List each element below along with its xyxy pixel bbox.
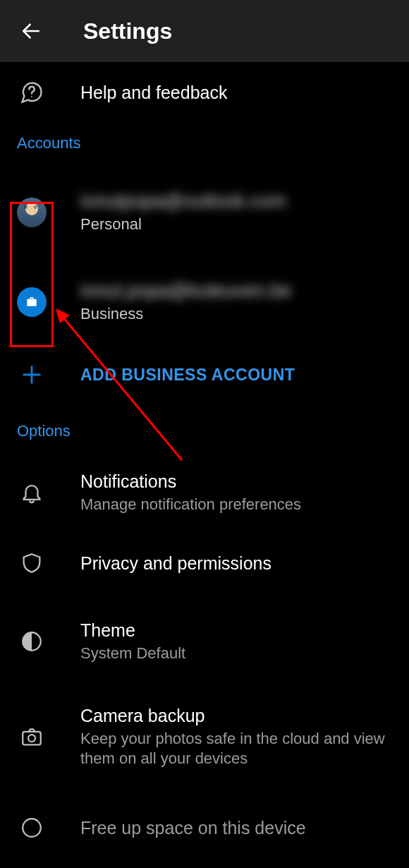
privacy-row[interactable]: Privacy and permissions: [0, 523, 409, 593]
theme-sub: System Default: [80, 644, 392, 664]
content: Help and feedback Accounts ionutpopa@out…: [0, 62, 409, 858]
svg-point-1: [31, 96, 32, 97]
briefcase-icon: [25, 295, 39, 309]
storage-icon: [20, 816, 44, 840]
add-business-account[interactable]: ADD BUSINESS ACCOUNT: [0, 334, 409, 406]
theme-row[interactable]: Theme System Default: [0, 593, 409, 679]
section-options: Options: [0, 406, 409, 447]
section-accounts: Accounts: [0, 123, 409, 159]
avatar-business: [17, 287, 47, 317]
account-personal[interactable]: ionutpopa@outlook.com Personal: [0, 179, 409, 245]
app-header: Settings: [0, 0, 409, 62]
account-email: ionut.popa@kuleuven.be: [80, 280, 291, 302]
svg-point-6: [28, 735, 35, 742]
back-button[interactable]: [17, 17, 45, 45]
camera-sub: Keep your photos safe in the cloud and v…: [80, 729, 392, 769]
shield-icon: [20, 551, 44, 575]
account-business[interactable]: ionut.popa@kuleuven.be Business: [0, 269, 409, 334]
theme-title: Theme: [80, 619, 392, 642]
account-type: Personal: [80, 215, 286, 234]
contrast-icon: [20, 629, 44, 653]
freeup-title: Free up space on this device: [80, 816, 392, 840]
camera-backup-row[interactable]: Camera backup Keep your photos safe in t…: [0, 679, 409, 785]
svg-point-7: [23, 819, 41, 837]
add-account-label: ADD BUSINESS ACCOUNT: [80, 366, 392, 385]
plus-icon: [20, 363, 44, 387]
page-title: Settings: [83, 18, 172, 44]
account-email: ionutpopa@outlook.com: [80, 191, 286, 212]
privacy-title: Privacy and permissions: [80, 552, 392, 575]
help-icon: [19, 80, 44, 105]
account-type: Business: [80, 305, 291, 323]
avatar-personal: [17, 198, 47, 227]
arrow-left-icon: [20, 20, 42, 42]
camera-icon: [20, 725, 44, 749]
notifications-title: Notifications: [80, 470, 392, 493]
help-label: Help and feedback: [80, 81, 392, 104]
svg-rect-5: [23, 732, 41, 745]
notifications-row[interactable]: Notifications Manage notification prefer…: [0, 447, 409, 523]
camera-title: Camera backup: [80, 704, 392, 728]
bell-icon: [20, 481, 44, 505]
notifications-sub: Manage notification preferences: [80, 495, 392, 515]
free-up-space-row[interactable]: Free up space on this device: [0, 785, 409, 858]
help-feedback-row[interactable]: Help and feedback: [0, 62, 409, 123]
